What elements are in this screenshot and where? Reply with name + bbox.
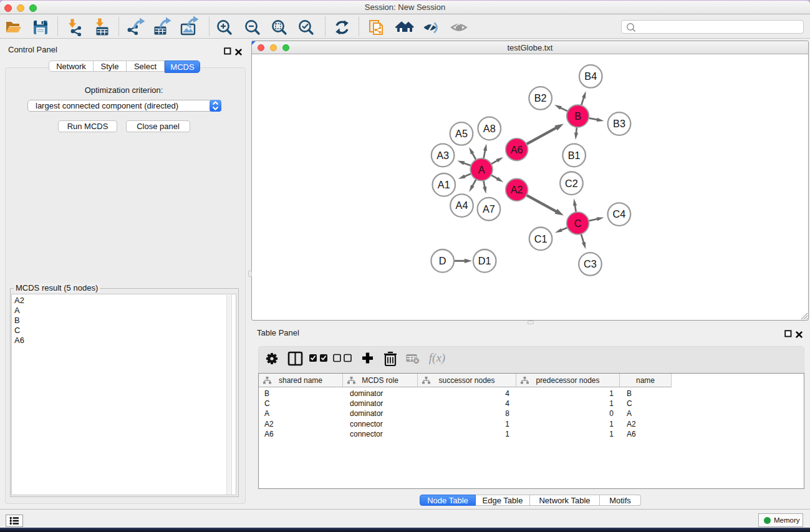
svg-text:A8: A8 [483, 123, 496, 134]
svg-text:B2: B2 [534, 92, 547, 104]
svg-text:A6: A6 [511, 144, 523, 155]
svg-text:B: B [574, 110, 581, 122]
svg-text:A3: A3 [436, 150, 449, 161]
svg-text:A7: A7 [483, 203, 495, 215]
svg-text:C2: C2 [565, 178, 578, 189]
svg-text:C4: C4 [612, 208, 625, 220]
svg-text:C: C [574, 218, 582, 229]
svg-text:A: A [478, 164, 485, 175]
svg-text:B4: B4 [584, 70, 597, 82]
svg-text:B3: B3 [613, 118, 625, 129]
svg-text:D: D [439, 255, 446, 266]
svg-text:A2: A2 [511, 184, 523, 195]
svg-text:C1: C1 [534, 233, 547, 244]
svg-text:f(x): f(x) [429, 351, 445, 365]
svg-text:D1: D1 [478, 255, 491, 266]
svg-text:C3: C3 [584, 258, 597, 269]
svg-text:A4: A4 [456, 200, 468, 211]
svg-text:A1: A1 [438, 179, 450, 190]
svg-text:B1: B1 [568, 150, 581, 161]
svg-text:A5: A5 [455, 128, 468, 139]
